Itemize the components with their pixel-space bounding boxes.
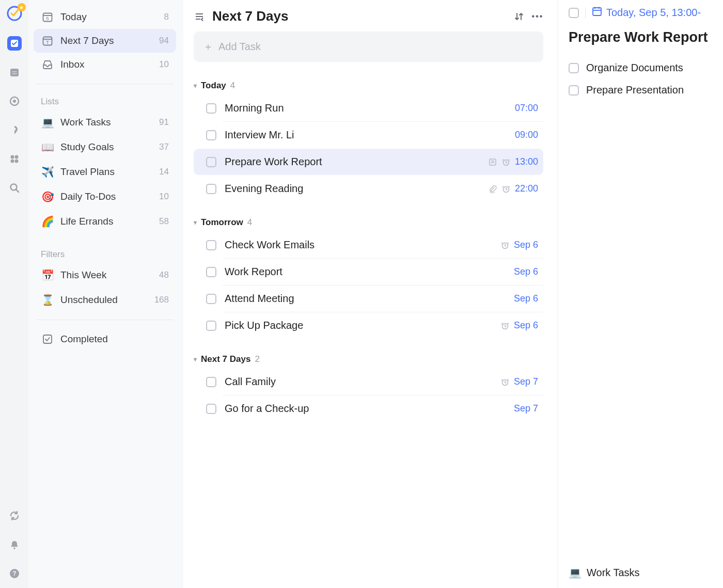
sidebar-list-work-tasks[interactable]: 💻 Work Tasks 91 xyxy=(34,110,176,135)
task-checkbox[interactable] xyxy=(206,377,216,387)
task-time: Sep 6 xyxy=(514,293,538,304)
task-checkbox[interactable] xyxy=(206,267,216,277)
task-row[interactable]: Work Report Sep 6 xyxy=(194,259,543,285)
subtask-checkbox[interactable] xyxy=(569,85,579,96)
detail-complete-checkbox[interactable] xyxy=(569,8,579,18)
rail-calendar-icon[interactable] xyxy=(7,65,22,80)
nav-rail: ★ ? xyxy=(0,0,28,588)
task-checkbox[interactable] xyxy=(206,130,216,140)
sidebar-item-count: 8 xyxy=(164,12,169,22)
sidebar-filter-this-week[interactable]: 📅 This Week 48 xyxy=(34,263,176,288)
svg-point-18 xyxy=(13,547,15,549)
rail-focus-icon[interactable] xyxy=(7,94,22,108)
main-header: Next 7 Days ••• xyxy=(194,5,543,31)
group-header-tomorrow[interactable]: ▾ Tomorrow 4 xyxy=(194,217,543,228)
task-checkbox[interactable] xyxy=(206,157,216,167)
rail-tasks-icon[interactable] xyxy=(7,36,22,51)
task-checkbox[interactable] xyxy=(206,103,216,114)
rail-search-icon[interactable] xyxy=(7,181,22,195)
task-checkbox[interactable] xyxy=(206,240,216,250)
task-row[interactable]: Pick Up Package Sep 6 xyxy=(194,312,543,339)
group-name: Tomorrow xyxy=(201,217,243,228)
task-checkbox[interactable] xyxy=(206,404,216,414)
app-logo[interactable]: ★ xyxy=(6,5,23,22)
detail-panel: Today, Sep 5, 13:00- Prepare Work Report… xyxy=(558,0,723,588)
svg-point-15 xyxy=(14,160,18,163)
task-row[interactable]: Prepare Work Report 13:00 xyxy=(194,149,543,175)
group-header-today[interactable]: ▾ Today 4 xyxy=(194,81,543,91)
subtask-checkbox[interactable] xyxy=(569,63,579,73)
alarm-icon xyxy=(501,185,511,193)
task-time: Sep 6 xyxy=(514,240,538,250)
detail-date-text: Today, Sep 5, 13:00- xyxy=(606,7,701,19)
sidebar-completed[interactable]: Completed xyxy=(34,327,176,351)
task-checkbox[interactable] xyxy=(206,184,216,194)
task-row[interactable]: Morning Run 07:00 xyxy=(194,95,543,121)
task-checkbox[interactable] xyxy=(206,294,216,304)
rail-sync-icon[interactable] xyxy=(7,508,22,523)
task-row[interactable]: Interview Mr. Li 09:00 xyxy=(194,122,543,148)
task-checkbox[interactable] xyxy=(206,321,216,331)
task-title: Prepare Work Report xyxy=(225,156,322,168)
task-row[interactable]: Check Work Emails Sep 6 xyxy=(194,232,543,258)
task-row[interactable]: Evening Reading 22:00 xyxy=(194,176,543,202)
task-meta: 13:00 xyxy=(488,156,538,167)
sidebar-item-label: Inbox xyxy=(60,59,84,70)
sidebar-item-next-7-days[interactable]: T Next 7 Days 94 xyxy=(34,29,176,53)
sidebar-filter-unscheduled[interactable]: ⌛ Unscheduled 168 xyxy=(34,288,176,312)
subtask-label: Prepare Presentation xyxy=(586,84,684,96)
task-title: Call Family xyxy=(225,376,276,388)
sidebar-item-inbox[interactable]: Inbox 10 xyxy=(34,53,176,76)
task-title: Interview Mr. Li xyxy=(225,129,294,141)
sidebar-list-study-goals[interactable]: 📖 Study Goals 37 xyxy=(34,135,176,160)
calendar-icon xyxy=(592,6,602,19)
svg-rect-31 xyxy=(490,159,496,165)
group-count: 4 xyxy=(247,217,252,228)
svg-point-3 xyxy=(12,71,13,72)
detail-list-selector[interactable]: 💻 Work Tasks xyxy=(569,556,723,583)
task-meta: 09:00 xyxy=(515,130,538,140)
sidebar-item-count: 14 xyxy=(159,167,169,177)
sidebar-item-count: 58 xyxy=(159,216,169,227)
sidebar-list-daily-to-dos[interactable]: 🎯 Daily To-Dos 10 xyxy=(34,184,176,209)
sidebar-list-travel-plans[interactable]: ✈️ Travel Plans 14 xyxy=(34,160,176,184)
subtask-row[interactable]: Prepare Presentation xyxy=(569,79,723,101)
divider xyxy=(585,7,586,19)
chevron-down-icon: ▾ xyxy=(194,356,197,363)
task-row[interactable]: Call Family Sep 7 xyxy=(194,369,543,395)
task-meta: Sep 7 xyxy=(500,376,538,387)
group-header-next-7-days[interactable]: ▾ Next 7 Days 2 xyxy=(194,354,543,364)
task-meta: Sep 6 xyxy=(500,320,538,331)
task-time: Sep 7 xyxy=(514,376,538,387)
rail-habit-icon[interactable] xyxy=(7,123,22,137)
sidebar-list-life-errands[interactable]: 🌈 Life Errands 58 xyxy=(34,209,176,234)
task-meta: Sep 6 xyxy=(514,266,538,277)
rail-notifications-icon[interactable] xyxy=(7,537,22,552)
sidebar-item-label: This Week xyxy=(60,269,106,281)
note-icon xyxy=(488,158,497,166)
detail-header: Today, Sep 5, 13:00- xyxy=(569,6,723,29)
toggle-sidebar-icon[interactable] xyxy=(194,11,205,22)
group-name: Today xyxy=(201,81,226,91)
more-icon[interactable]: ••• xyxy=(532,12,543,21)
detail-title[interactable]: Prepare Work Report xyxy=(569,29,723,45)
sidebar-item-label: Daily To-Dos xyxy=(60,191,116,202)
svg-point-7 xyxy=(14,73,15,74)
subtask-row[interactable]: Organize Documents xyxy=(569,57,723,79)
task-title: Go for a Check-up xyxy=(225,403,309,415)
add-task-input[interactable]: ＋ Add Task xyxy=(194,31,543,62)
sidebar-item-today[interactable]: 5 Today 8 xyxy=(34,5,176,29)
task-meta: Sep 6 xyxy=(500,240,538,250)
filter-emoji-icon: ⌛ xyxy=(41,294,54,306)
svg-point-5 xyxy=(15,71,17,72)
alarm-icon xyxy=(500,322,510,330)
sort-icon[interactable] xyxy=(513,12,525,21)
task-row[interactable]: Attend Meeting Sep 6 xyxy=(194,285,543,312)
rail-apps-icon[interactable] xyxy=(7,152,22,166)
task-meta: 22:00 xyxy=(488,183,538,194)
svg-point-4 xyxy=(14,71,15,72)
sidebar-item-label: Study Goals xyxy=(60,141,114,153)
rail-help-icon[interactable]: ? xyxy=(7,566,22,581)
detail-date[interactable]: Today, Sep 5, 13:00- xyxy=(592,6,701,19)
task-row[interactable]: Go for a Check-up Sep 7 xyxy=(194,395,543,422)
